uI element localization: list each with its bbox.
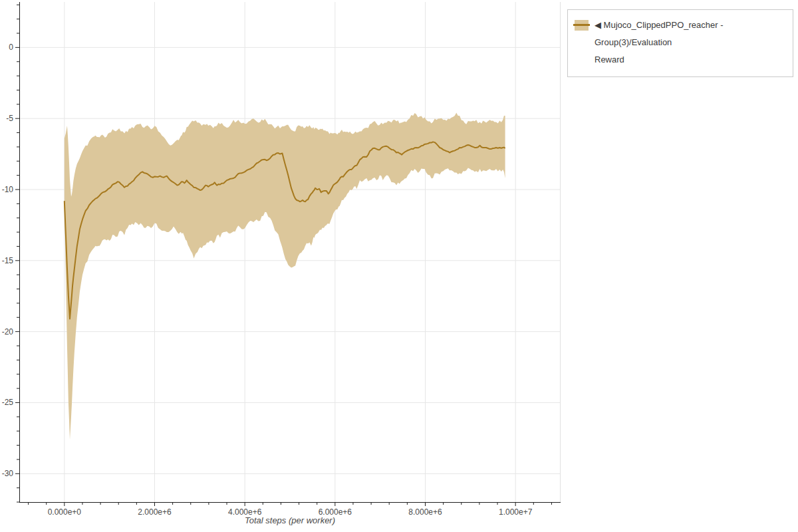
chart-svg[interactable]: 0.000e+02.000e+64.000e+66.000e+68.000e+6… [0, 0, 563, 532]
y-tick-label: 0 [9, 43, 13, 52]
y-tick-label: -30 [2, 469, 14, 478]
legend-label-line1: ◀ Mujoco_ClippedPPO_reacher - Group(3)/E… [595, 17, 785, 51]
legend-panel: ◀ Mujoco_ClippedPPO_reacher - Group(3)/E… [567, 9, 793, 77]
legend-label-line2: Reward [595, 51, 785, 68]
y-tick-label: -5 [6, 114, 13, 123]
legend-label: ◀ Mujoco_ClippedPPO_reacher - Group(3)/E… [595, 17, 785, 68]
y-tick-label: -20 [2, 327, 14, 336]
y-tick-label: -25 [2, 398, 14, 407]
y-tick-label: -10 [2, 185, 14, 194]
x-axis-title: Total steps (per worker) [19, 515, 561, 525]
legend-line-swatch [573, 24, 590, 26]
legend-swatch [575, 20, 589, 31]
coach-dashboard: 0.000e+02.000e+64.000e+66.000e+68.000e+6… [0, 0, 798, 532]
reward-plot[interactable]: 0.000e+02.000e+64.000e+66.000e+68.000e+6… [0, 0, 563, 532]
y-tick-label: -15 [2, 256, 14, 265]
legend-item[interactable]: ◀ Mujoco_ClippedPPO_reacher - Group(3)/E… [575, 17, 785, 68]
